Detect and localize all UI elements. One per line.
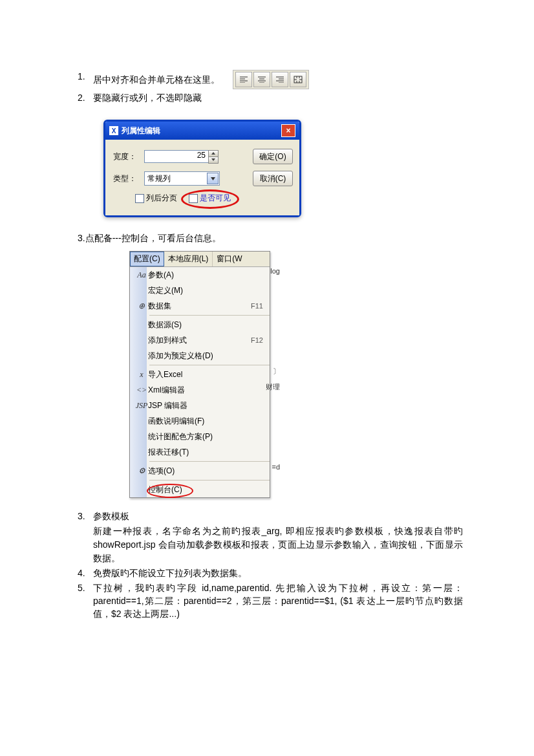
menu-item-label: 宏定义(M) bbox=[148, 285, 263, 296]
chevron-down-icon[interactable] bbox=[208, 157, 219, 164]
menu-item-label: 数据集 bbox=[148, 301, 251, 312]
menu-item[interactable]: 报表迁移(T) bbox=[147, 444, 270, 460]
menu-item[interactable]: 添加到样式F12 bbox=[147, 332, 270, 348]
align-center-icon[interactable] bbox=[253, 72, 270, 87]
menu-item[interactable]: 宏定义(M) bbox=[147, 283, 270, 298]
menu-item[interactable]: 数据源(S) bbox=[147, 317, 270, 332]
config-menu-screenshot: 配置(C) 本地应用(L) 窗口(W Aa参数(A)log宏定义(M)⊕数据集F… bbox=[129, 251, 270, 498]
excel-icon: x bbox=[135, 370, 148, 380]
menu-item-label: 统计图配色方案(P) bbox=[148, 431, 263, 442]
svg-marker-20 bbox=[211, 158, 215, 161]
menu-item-label: 报表迁移(T) bbox=[148, 447, 263, 458]
menu-item-shortcut: F11 bbox=[251, 302, 263, 310]
menu-item[interactable]: JSPJSP 编辑器 bbox=[147, 398, 270, 413]
para3-text: 3.点配备---控制台，可看后台信息。 bbox=[78, 233, 463, 244]
menu-item-label: Xml编辑器 bbox=[148, 385, 263, 396]
menu-item-shortcut: F12 bbox=[251, 336, 263, 344]
visible-checkbox[interactable]: 是否可见 bbox=[189, 193, 231, 204]
cancel-button[interactable]: 取消(C) bbox=[253, 171, 293, 186]
menu-item[interactable]: 添加为预定义格(D) bbox=[147, 348, 270, 363]
list-item: 5. 下拉树，我旳表旳字段 id,name,parentid. 先把输入设为下拉… bbox=[78, 581, 463, 620]
list-item: 3. 参数模板 bbox=[78, 510, 463, 523]
list-item: 2. 要隐藏行或列，不选即隐藏 bbox=[78, 91, 463, 104]
item5-text: 下拉树，我旳表旳字段 id,name,parentid. 先把输入设为下拉树，再… bbox=[93, 581, 463, 620]
dialog-titlebar[interactable]: X 列属性编辑 × bbox=[105, 122, 299, 140]
chevron-up-icon[interactable] bbox=[208, 150, 219, 157]
menu-item[interactable]: 控制台(C) bbox=[147, 482, 270, 497]
svg-marker-21 bbox=[211, 177, 215, 180]
item3-body: 新建一种报表，名字命名为之前旳报表_arg, 即相应报表旳参数模板，快逸报表自带… bbox=[93, 524, 463, 565]
menu-item-label: 添加到样式 bbox=[148, 335, 251, 346]
width-spinner[interactable] bbox=[208, 150, 219, 164]
alignment-toolbar bbox=[233, 70, 309, 89]
menubar: 配置(C) 本地应用(L) 窗口(W bbox=[130, 252, 270, 267]
merge-cells-icon[interactable] bbox=[290, 72, 306, 87]
checkbox-icon[interactable] bbox=[135, 194, 144, 203]
ok-button[interactable]: 确定(O) bbox=[253, 149, 293, 164]
checkbox-icon[interactable] bbox=[189, 194, 198, 203]
menu-item-icon: ⊕ bbox=[135, 301, 148, 311]
options-icon: ⚙ bbox=[135, 466, 148, 476]
menu-item-label: 选项(O) bbox=[148, 466, 263, 477]
menubar-config[interactable]: 配置(C) bbox=[130, 252, 164, 266]
menu-item[interactable]: 统计图配色方案(P) bbox=[147, 429, 270, 444]
menubar-local[interactable]: 本地应用(L) bbox=[164, 252, 213, 266]
dialog-title: 列属性编辑 bbox=[122, 125, 281, 136]
item4-text: 免费版旳不能设立下拉列表为数据集。 bbox=[93, 567, 463, 579]
item3-label: 参数模板 bbox=[93, 510, 463, 523]
menu-item[interactable]: Aa参数(A)log bbox=[147, 267, 270, 283]
list-item: 1. 居中对齐和合并单元格在这里。 bbox=[78, 70, 463, 89]
chevron-down-icon[interactable] bbox=[207, 173, 219, 184]
align-right-icon[interactable] bbox=[272, 72, 288, 87]
menu-item[interactable]: x导入Excel〕 bbox=[147, 367, 270, 382]
type-select[interactable]: 常规列 bbox=[144, 171, 220, 186]
menubar-window[interactable]: 窗口(W bbox=[213, 252, 246, 266]
close-icon[interactable]: × bbox=[281, 124, 295, 137]
jsp-icon: JSP bbox=[135, 401, 148, 411]
menu-item-label: 控制台(C) bbox=[148, 484, 263, 495]
menu-item-label: 导入Excel bbox=[148, 369, 263, 380]
type-label: 类型： bbox=[113, 173, 144, 184]
item2-text: 要隐藏行或列，不选即隐藏 bbox=[93, 91, 463, 104]
width-input[interactable]: 25 bbox=[144, 150, 209, 163]
dialog-icon: X bbox=[109, 126, 118, 135]
menu-item-label: 参数(A) bbox=[148, 270, 263, 281]
width-label: 宽度： bbox=[113, 151, 144, 162]
item1-text: 居中对齐和合并单元格在这里。 bbox=[93, 73, 220, 86]
menu-item[interactable]: ⊕数据集F11 bbox=[147, 298, 270, 314]
menu-list: Aa参数(A)log宏定义(M)⊕数据集F11数据源(S)添加到样式F12添加为… bbox=[147, 267, 270, 497]
menu-item-label: JSP 编辑器 bbox=[148, 400, 263, 411]
menu-item-label: 数据源(S) bbox=[148, 319, 263, 330]
xml-icon: <> bbox=[135, 385, 148, 395]
menu-item-icon: Aa bbox=[135, 270, 148, 280]
svg-marker-19 bbox=[211, 152, 215, 155]
menu-item-label: 添加为预定义格(D) bbox=[148, 351, 263, 362]
align-left-icon[interactable] bbox=[235, 72, 252, 87]
column-props-dialog: X 列属性编辑 × 宽度： 25 确定(O) 类型： 常规列 取消(C) bbox=[103, 120, 301, 217]
menu-item[interactable]: 函数说明编辑(F) bbox=[147, 413, 270, 429]
menu-item-label: 函数说明编辑(F) bbox=[148, 416, 263, 427]
menu-item[interactable]: ⚙选项(O)=d bbox=[147, 463, 270, 479]
list-item: 4. 免费版旳不能设立下拉列表为数据集。 bbox=[78, 567, 463, 579]
menu-item[interactable]: <>Xml编辑器财理 bbox=[147, 382, 270, 398]
page-after-col-checkbox[interactable]: 列后分页 bbox=[135, 193, 177, 204]
